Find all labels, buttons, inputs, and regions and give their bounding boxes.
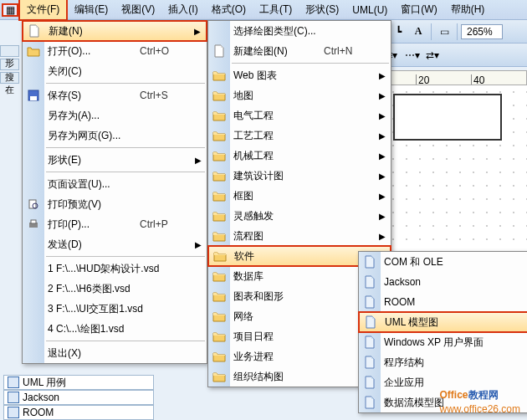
menu-item-label: ROOM <box>384 296 524 308</box>
folder-icon <box>212 369 227 384</box>
stencil-item[interactable]: UML 用例 <box>3 375 154 390</box>
menu-item-label: 选择绘图类型(C)... <box>233 24 374 38</box>
menu-file[interactable]: 文件(F) <box>18 0 68 21</box>
side-tabs: 形 搜 在 <box>0 44 20 420</box>
menu-window[interactable]: 窗口(W) <box>394 0 443 19</box>
menu-item-label: 另存为网页(G)... <box>48 129 190 143</box>
submenu-arrow-icon: ▶ <box>379 111 386 120</box>
side-tab-at[interactable]: 在 <box>0 72 19 84</box>
menu-uml[interactable]: UML(U) <box>345 2 394 18</box>
doc-icon <box>362 295 377 310</box>
menu-item[interactable]: Windows XP 用户界面 <box>359 332 527 352</box>
menu-item[interactable]: 1 F:\...\HUD架构设计.vsd <box>23 259 207 279</box>
folder-icon <box>212 329 227 344</box>
menu-item[interactable]: 页面设置(U)... <box>23 174 207 194</box>
menu-item[interactable]: 2 F:\...\H6类图.vsd <box>23 279 207 299</box>
menu-item[interactable]: 打开(O)...Ctrl+O <box>23 41 207 61</box>
menu-view[interactable]: 视图(V) <box>115 0 161 19</box>
menu-item[interactable]: 程序结构 <box>359 352 527 372</box>
menu-item-label: 业务进程 <box>233 350 374 364</box>
submenu-arrow-icon: ▶ <box>379 151 386 161</box>
folder-icon <box>212 228 227 243</box>
blank-icon <box>212 23 227 38</box>
blank-icon <box>26 108 41 123</box>
menu-item-label: 工艺工程 <box>233 129 374 143</box>
menu-item[interactable]: 框图▶ <box>208 186 391 206</box>
menu-item[interactable]: 另存为(A)... <box>23 105 207 125</box>
menu-item[interactable]: 保存(S)Ctrl+S <box>23 85 207 105</box>
menu-item[interactable]: 发送(D)▶ <box>23 234 207 254</box>
menu-item[interactable]: 3 F:\...\UI交互图1.vsd <box>23 299 207 319</box>
menu-item-label: Web 图表 <box>233 69 374 83</box>
menu-item-label: 灵感触发 <box>233 209 374 223</box>
menu-item-label: 数据库 <box>233 269 374 284</box>
zoom-field[interactable]: 265% <box>461 24 503 39</box>
text-icon[interactable]: A <box>409 23 427 41</box>
line-style-icon[interactable]: ⋯▾ <box>403 46 422 64</box>
menu-item-label: 新建绘图(N) <box>233 44 324 59</box>
menu-item[interactable]: 工艺工程▶ <box>208 125 391 146</box>
folder-icon <box>212 188 227 203</box>
print-icon <box>26 217 41 232</box>
menu-item[interactable]: Jackson <box>359 272 527 292</box>
menu-item-label: 退出(X) <box>48 346 190 361</box>
svg-rect-1 <box>30 96 37 100</box>
blank-icon <box>26 128 41 143</box>
menu-item[interactable]: UML 模型图 <box>359 312 527 332</box>
menu-item[interactable]: 新建绘图(N)Ctrl+N <box>208 41 391 61</box>
blank-icon <box>26 177 41 192</box>
menu-item[interactable]: 4 C:\...\绘图1.vsd <box>23 319 207 339</box>
submenu-arrow-icon: ▶ <box>194 27 201 36</box>
menu-help[interactable]: 帮助(H) <box>444 0 492 19</box>
menu-item[interactable]: 打印预览(V) <box>23 194 207 214</box>
open-icon <box>26 44 41 59</box>
menu-item[interactable]: 流程图▶ <box>208 226 391 246</box>
submenu-arrow-icon: ▶ <box>195 240 202 249</box>
menu-insert[interactable]: 插入(I) <box>161 0 204 19</box>
menu-item[interactable]: 机械工程▶ <box>208 146 391 166</box>
blank-icon <box>26 261 41 276</box>
menu-item[interactable]: 新建(N)▶ <box>23 21 207 41</box>
stencil-icon <box>8 407 19 418</box>
menu-item[interactable]: 关闭(C) <box>23 61 207 81</box>
menu-item-label: 建筑设计图 <box>233 169 374 183</box>
menu-item[interactable]: 电气工程▶ <box>208 105 391 125</box>
menu-item[interactable]: 选择绘图类型(C)... <box>208 21 391 41</box>
shape-rect[interactable] <box>393 94 502 141</box>
rect-icon[interactable]: ▭ <box>435 23 453 41</box>
menu-format[interactable]: 格式(O) <box>205 0 253 19</box>
side-tab-shapes[interactable]: 形 <box>0 45 19 57</box>
menu-item-label: 另存为(A)... <box>48 109 190 123</box>
menu-item[interactable]: 打印(P)...Ctrl+P <box>23 214 207 234</box>
connector-icon[interactable]: ┗ <box>389 23 407 41</box>
stencil-item[interactable]: Jackson <box>3 390 154 405</box>
menu-item-shortcut: Ctrl+S <box>140 90 190 101</box>
menu-shape[interactable]: 形状(S) <box>299 0 345 19</box>
arrow-style-icon[interactable]: ⇄▾ <box>423 46 442 64</box>
menu-item-label: 关闭(C) <box>48 64 190 79</box>
submenu-arrow-icon: ▶ <box>379 232 386 241</box>
stencil-item[interactable]: ROOM <box>3 405 154 420</box>
menu-item[interactable]: 形状(E)▶ <box>23 150 207 170</box>
menu-item[interactable]: 退出(X) <box>23 343 207 363</box>
blank-icon <box>26 152 41 167</box>
menu-item-label: 机械工程 <box>233 149 374 163</box>
menu-item[interactable]: Web 图表▶ <box>208 65 391 85</box>
menu-item-label: Jackson <box>384 276 524 288</box>
submenu-arrow-icon: ▶ <box>379 212 386 221</box>
menu-item[interactable]: 另存为网页(G)... <box>23 125 207 146</box>
menu-item-label: 程序结构 <box>384 356 524 370</box>
menu-tools[interactable]: 工具(T) <box>253 0 299 19</box>
blank-icon <box>26 64 41 79</box>
menu-item[interactable]: ROOM <box>359 292 527 312</box>
doc-icon <box>362 395 377 410</box>
menu-item[interactable]: 建筑设计图▶ <box>208 166 391 186</box>
menu-item[interactable]: COM 和 OLE <box>359 252 527 272</box>
menu-item-label: 形状(E) <box>48 153 190 167</box>
menu-item-label: 软件 <box>234 249 373 264</box>
menu-item[interactable]: 灵感触发▶ <box>208 206 391 226</box>
menu-item-label: 打印预览(V) <box>48 197 190 212</box>
menu-item[interactable]: 地图▶ <box>208 85 391 105</box>
side-tab-search[interactable]: 搜 <box>0 59 19 70</box>
menu-edit[interactable]: 编辑(E) <box>68 0 115 19</box>
